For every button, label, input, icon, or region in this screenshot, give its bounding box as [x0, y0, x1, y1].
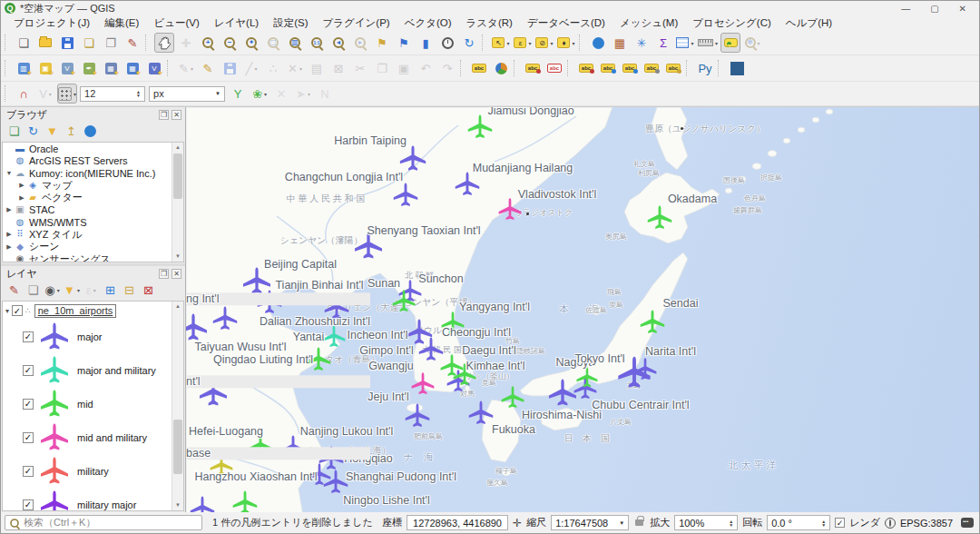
zoom-last[interactable]: ◂	[328, 33, 348, 53]
statistical-summary[interactable]: Σ	[653, 33, 673, 53]
snapping-on-intersection[interactable]: ❀▾	[250, 84, 270, 104]
legend-checkbox[interactable]: ✓	[23, 466, 34, 477]
zoom-full-extent[interactable]: ✦	[241, 33, 261, 53]
scroll-down-icon[interactable]: ▼	[172, 500, 183, 510]
tree-expander-icon[interactable]: ▼	[5, 170, 14, 176]
legend-item-military[interactable]: ✓military	[3, 454, 183, 488]
map-canvas[interactable]: 中 華 人 民 共 和 国シェンヤン（瀋陽）ターリエン（大連）ピョンヤン（平壌）…	[185, 107, 979, 512]
open-layer-styling[interactable]: ✎	[5, 282, 23, 299]
browser-item-xyz-[interactable]: ▶⠿XYZ タイル	[3, 229, 183, 242]
vertex-tool-dropdown-icon[interactable]: ▾	[299, 65, 302, 72]
zoom-gear-tool-dropdown-icon[interactable]: ▾	[758, 40, 760, 46]
filter-legend-dropdown-icon[interactable]: ▾	[77, 287, 80, 293]
search-input[interactable]: 検索（Ctrl＋K）	[5, 515, 202, 530]
tree-expander-icon[interactable]: ▶	[5, 206, 14, 213]
zoom-out[interactable]: −	[220, 33, 240, 53]
filter-by-expression-dropdown-icon[interactable]: ▾	[93, 287, 96, 293]
close-button[interactable]: ✕	[959, 4, 966, 14]
measure-line[interactable]: ▾	[697, 33, 719, 53]
browser-refresh[interactable]: ↻	[24, 123, 42, 140]
snapping-tolerance-spinbox[interactable]: 12 ▲▼	[80, 86, 145, 102]
layers-float-icon[interactable]: ❐	[159, 269, 169, 279]
deselect-features[interactable]: ⊘▾	[534, 33, 554, 53]
add-line-feature-dropdown-icon[interactable]: ▾	[254, 65, 257, 72]
new-print-layout[interactable]: ❏	[79, 33, 99, 53]
pin-labels[interactable]: abc	[523, 58, 543, 78]
menu-item-3[interactable]: レイヤ(L)	[207, 15, 266, 31]
refresh-map[interactable]: ↻	[459, 33, 479, 53]
menu-item-2[interactable]: ビュー(V)	[146, 15, 206, 31]
spinner-arrows-icon[interactable]: ▲▼	[136, 90, 141, 97]
open-attribute-table[interactable]: ▾	[675, 33, 695, 53]
new-shapefile-layer[interactable]: ▣	[35, 58, 55, 78]
legend-item-military_major[interactable]: ✓military major	[3, 488, 183, 511]
browser-float-icon[interactable]: ❐	[159, 110, 169, 120]
open-attribute-table-dropdown-icon[interactable]: ▾	[691, 40, 693, 46]
browser-properties[interactable]	[82, 123, 99, 140]
open-project[interactable]	[35, 33, 55, 53]
field-calculator[interactable]: ▦	[610, 33, 630, 53]
browser-item--[interactable]: ▶▰ベクター	[3, 192, 183, 204]
rotation-spinbox[interactable]: 0.0 ° ▲▼	[767, 515, 830, 530]
messages-bubble-icon[interactable]	[961, 518, 974, 528]
browser-scrollbar[interactable]: ▲ ▼	[172, 143, 183, 262]
legend-item-mid[interactable]: ✓mid	[3, 387, 183, 420]
show-layout-manager[interactable]: ❐	[101, 33, 121, 53]
layers-close-icon[interactable]: ✕	[172, 269, 181, 279]
new-memory-layer[interactable]: ▦	[101, 58, 121, 78]
legend-checkbox[interactable]: ✓	[23, 499, 34, 510]
menu-item-5[interactable]: プラグイン(P)	[315, 15, 397, 31]
browser-close-icon[interactable]: ✕	[172, 110, 181, 120]
select-by-form-dropdown-icon[interactable]: ▾	[572, 40, 574, 46]
move-label[interactable]: abc	[576, 58, 596, 78]
menu-item-8[interactable]: データベース(D)	[520, 15, 612, 31]
new-project[interactable]: ❏	[14, 33, 34, 53]
browser-item--[interactable]: ◉センサーシングス	[3, 253, 183, 263]
layers-scrollbar[interactable]: ▲ ▼	[172, 302, 183, 510]
snapping-unit-combo[interactable]: px ▼	[149, 86, 225, 102]
menu-item-7[interactable]: ラスタ(R)	[459, 15, 520, 31]
scroll-up-icon[interactable]: ▲	[172, 302, 183, 312]
layer-diagram[interactable]	[491, 58, 511, 78]
show-hide-labels[interactable]: abc	[598, 58, 618, 78]
manage-map-themes-dropdown-icon[interactable]: ▾	[57, 287, 60, 293]
rotate-label[interactable]: abc	[642, 58, 662, 78]
browser-item-stac[interactable]: ▶▣STAC	[3, 204, 183, 217]
legend-checkbox[interactable]: ✓	[23, 365, 34, 376]
remove-layer[interactable]: ⊠	[140, 282, 157, 299]
new-geopackage-layer[interactable]: ▥	[14, 58, 34, 78]
avoid-overlap-dropdown-icon[interactable]: ▾	[308, 91, 310, 97]
layer-labeling[interactable]: abc	[469, 58, 489, 78]
legend-checkbox[interactable]: ✓	[23, 432, 34, 443]
select-features[interactable]: ↖▾	[491, 33, 511, 53]
menu-item-11[interactable]: ヘルプ(H)	[779, 15, 839, 31]
deselect-features-dropdown-icon[interactable]: ▾	[550, 40, 553, 46]
expand-all[interactable]: ⊞	[102, 282, 119, 299]
temporal-controller[interactable]	[437, 33, 457, 53]
help-contents[interactable]	[727, 58, 747, 78]
tree-expander-icon[interactable]: ▶	[17, 194, 26, 202]
toggle-editing[interactable]: ✎	[198, 58, 218, 78]
menu-item-1[interactable]: 編集(E)	[97, 15, 146, 31]
menu-item-9[interactable]: メッシュ(M)	[612, 15, 685, 31]
maximize-button[interactable]: ▢	[930, 4, 938, 14]
browser-item--[interactable]: ▶◈マップ	[3, 180, 183, 193]
menu-item-6[interactable]: ベクタ(O)	[397, 15, 459, 31]
tree-expander-icon[interactable]: ▶	[5, 231, 14, 238]
highlight-pinned-labels[interactable]: abc	[544, 58, 564, 78]
tree-expander-icon[interactable]: ▶	[5, 243, 14, 251]
add-group[interactable]: ❏	[24, 282, 42, 299]
zoom-in[interactable]: +	[198, 33, 218, 53]
change-label-properties[interactable]: abc	[663, 58, 683, 78]
select-by-expression-dropdown-icon[interactable]: ▾	[528, 40, 531, 46]
scroll-up-icon[interactable]: ▲	[172, 143, 183, 153]
select-by-expression[interactable]: ε▾	[513, 33, 533, 53]
browser-filter[interactable]: ▼	[44, 123, 61, 140]
save-project[interactable]	[57, 33, 77, 53]
legend-item-major_and_military[interactable]: ✓major and military	[3, 353, 183, 387]
legend-checkbox[interactable]: ✓	[23, 399, 34, 410]
filter-legend[interactable]: ▼▾	[63, 282, 81, 299]
snapping-type[interactable]: ▾	[57, 84, 77, 104]
browser-add-selected-layers[interactable]: ❏	[5, 123, 23, 140]
coordinate-input[interactable]: 12728963, 4416890	[407, 515, 508, 530]
